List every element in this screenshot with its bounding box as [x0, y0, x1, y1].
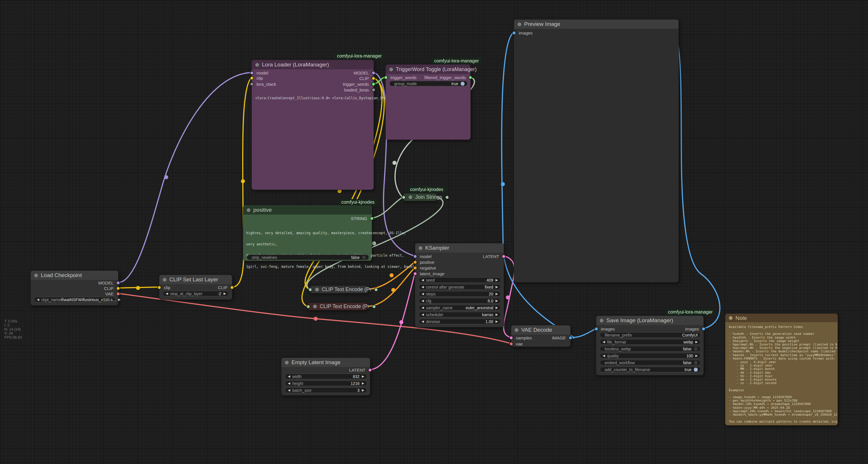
toggle-knob[interactable]: [362, 256, 366, 259]
lora-syntax-text[interactable]: <lora:CreateConcept_Illustrious:0.8> <lo…: [255, 96, 382, 100]
combo-left-icon[interactable]: ◀: [422, 313, 424, 316]
combo-right-icon[interactable]: ▶: [695, 340, 698, 344]
port-dot[interactable]: [413, 260, 417, 264]
port-dot[interactable]: [250, 71, 254, 75]
combo-right-icon[interactable]: ▶: [224, 292, 226, 295]
port-dot[interactable]: [594, 327, 598, 331]
note-textarea[interactable]: Available filename_prefix Pattern Codes …: [729, 325, 837, 424]
filename-prefix-field[interactable]: filename_prefix ComfyUI: [600, 332, 701, 338]
port-dot[interactable]: [371, 82, 375, 86]
output-port-loaded-loras[interactable]: loaded_loras: [344, 87, 375, 92]
output-port-image[interactable]: IMAGE: [552, 336, 572, 340]
combo-left-icon[interactable]: ◀: [422, 292, 424, 296]
input-port-trigger-words[interactable]: trigger_words: [384, 75, 416, 80]
collapsed-output-dot[interactable]: [372, 304, 376, 309]
port-dot[interactable]: [413, 254, 417, 258]
collapsed-input-dot[interactable]: [308, 288, 312, 292]
node-collapse-dot[interactable]: [515, 328, 518, 332]
file-format-combo[interactable]: ◀ file_format webp ▶: [600, 339, 701, 345]
combo-right-icon[interactable]: ▶: [496, 285, 498, 289]
combo-right-icon[interactable]: ▶: [496, 320, 498, 323]
node-titlebar[interactable]: Lora Loader (LoraManager): [252, 60, 373, 69]
combo-left-icon[interactable]: ◀: [288, 381, 290, 385]
input-port-samples[interactable]: samples: [509, 336, 532, 340]
input-port-vae[interactable]: vae: [509, 342, 523, 346]
node-collapse-dot[interactable]: [408, 195, 412, 199]
denoise-combo[interactable]: ◀ denoise 1.00 ▶: [418, 319, 501, 324]
node-collapse-dot[interactable]: [315, 288, 319, 291]
node-collapse-dot[interactable]: [163, 278, 166, 282]
ckpt-name-combo[interactable]: ◀ ckpt_name il\waiNSFWIllustrious_v110.s…: [34, 297, 116, 302]
comfyui-canvas[interactable]: { "app": "ComfyUI node graph", "icons": …: [0, 0, 868, 464]
port-dot[interactable]: [413, 271, 417, 276]
scheduler-combo[interactable]: ◀ scheduler karras ▶: [418, 312, 501, 317]
node-collapse-dot[interactable]: [34, 273, 38, 277]
combo-right-icon[interactable]: ▶: [496, 278, 498, 282]
input-port-model[interactable]: model: [413, 254, 432, 259]
output-port-clip[interactable]: CLIP: [218, 285, 234, 290]
node-titlebar[interactable]: TriggerWord Toggle (LoraManager): [386, 65, 470, 74]
sampler-name-combo[interactable]: ◀ sampler_name euler_ancestral ▶: [418, 305, 501, 310]
output-port-model[interactable]: MODEL: [354, 70, 375, 76]
node-collapse-dot[interactable]: [285, 361, 289, 365]
output-port-images[interactable]: images: [685, 326, 706, 331]
input-port-images[interactable]: images: [512, 30, 532, 35]
port-dot[interactable]: [502, 254, 506, 258]
combo-right-icon[interactable]: ▶: [362, 375, 364, 378]
combo-right-icon[interactable]: ▶: [362, 381, 364, 385]
port-dot[interactable]: [371, 88, 375, 92]
node-load-checkpoint[interactable]: Load Checkpoint MODEL CLIP VAE ◀ ckpt_na…: [30, 270, 119, 306]
combo-right-icon[interactable]: ▶: [695, 354, 698, 357]
output-port-clip[interactable]: CLIP: [360, 76, 375, 81]
port-dot[interactable]: [116, 286, 120, 290]
add-counter-to-filename-toggle[interactable]: add_counter_to_filename true: [600, 367, 701, 372]
node-titlebar[interactable]: Note: [725, 314, 838, 322]
output-port-clip[interactable]: CLIP: [104, 286, 120, 291]
combo-left-icon[interactable]: ◀: [288, 388, 290, 392]
combo-left-icon[interactable]: ◀: [422, 278, 424, 282]
combo-left-icon[interactable]: ◀: [165, 292, 168, 295]
width-combo[interactable]: ◀ width 832 ▶: [285, 374, 367, 379]
port-dot[interactable]: [368, 368, 372, 372]
output-port-model[interactable]: MODEL: [98, 281, 120, 285]
port-dot[interactable]: [371, 71, 375, 75]
node-lora-loader[interactable]: Lora Loader (LoraManager) model clip lor…: [252, 60, 374, 190]
node-collapse-dot[interactable]: [729, 316, 733, 320]
port-dot[interactable]: [509, 342, 513, 346]
node-titlebar[interactable]: CLIP Set Last Layer: [159, 275, 232, 284]
combo-left-icon[interactable]: ◀: [602, 354, 605, 357]
group-mode-toggle[interactable]: group_mode true: [389, 81, 467, 86]
combo-left-icon[interactable]: ◀: [422, 299, 424, 302]
combo-right-icon[interactable]: ▶: [118, 298, 121, 301]
stop-at-clip-layer-combo[interactable]: ◀ stop_at_clip_layer -2 ▶: [163, 291, 229, 296]
node-collapse-dot[interactable]: [247, 208, 250, 212]
node-collapse-dot[interactable]: [518, 23, 521, 26]
combo-right-icon[interactable]: ▶: [496, 292, 498, 296]
node-titlebar[interactable]: Empty Latent Image: [281, 358, 370, 367]
port-dot[interactable]: [250, 82, 254, 86]
combo-left-icon[interactable]: ◀: [422, 306, 424, 310]
node-note[interactable]: Note Available filename_prefix Pattern C…: [725, 314, 838, 426]
port-dot[interactable]: [371, 76, 375, 80]
node-clip-set-last-layer[interactable]: CLIP Set Last Layer clip CLIP ◀ stop_at_…: [159, 275, 232, 300]
combo-left-icon[interactable]: ◀: [602, 340, 605, 344]
port-dot[interactable]: [157, 285, 161, 289]
output-port-trigger-words[interactable]: trigger_words: [343, 82, 375, 87]
node-titlebar[interactable]: positive: [243, 205, 372, 214]
input-port-positive[interactable]: positive: [413, 260, 434, 265]
port-dot[interactable]: [116, 281, 120, 285]
lossless-webp-toggle[interactable]: lossless_webp false: [600, 346, 701, 351]
combo-right-icon[interactable]: ▶: [362, 388, 364, 392]
port-dot[interactable]: [509, 336, 513, 340]
batch-size-combo[interactable]: ◀ batch_size 3 ▶: [285, 387, 367, 393]
port-dot[interactable]: [413, 266, 417, 270]
port-dot[interactable]: [230, 285, 234, 289]
combo-right-icon[interactable]: ▶: [496, 306, 498, 310]
toggle-knob[interactable]: [694, 361, 698, 365]
strip-newlines-toggle[interactable]: strip_newlines false: [247, 255, 369, 260]
quality-combo[interactable]: ◀ quality 100 ▶: [600, 353, 701, 358]
node-positive-prompt[interactable]: positive STRING highres, very detailed, …: [243, 205, 372, 261]
port-dot[interactable]: [568, 336, 572, 340]
toggle-knob[interactable]: [694, 347, 698, 351]
toggle-knob[interactable]: [461, 82, 465, 86]
